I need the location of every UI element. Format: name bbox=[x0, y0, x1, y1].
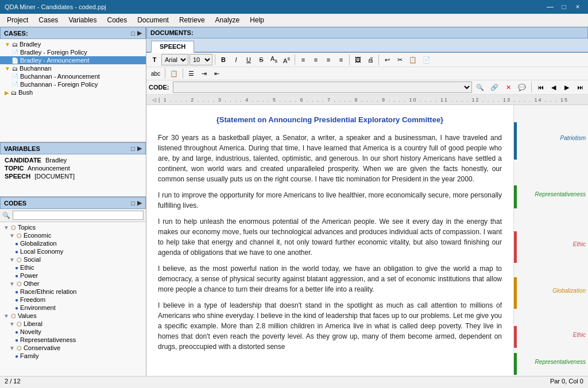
superscript-btn[interactable]: As bbox=[281, 55, 292, 65]
menu-project[interactable]: Project bbox=[2, 15, 33, 25]
code-dot-icon: ● bbox=[15, 305, 18, 311]
underline-btn[interactable]: U bbox=[243, 55, 254, 64]
close-button[interactable]: × bbox=[572, 3, 583, 11]
strikethrough-btn[interactable]: S bbox=[256, 55, 267, 64]
code-ethic[interactable]: ● Ethic bbox=[0, 263, 146, 271]
code-delete-btn[interactable]: ✕ bbox=[502, 83, 514, 92]
nav-last-btn[interactable]: ⏭ bbox=[574, 83, 586, 92]
toolbar-separator bbox=[531, 82, 532, 92]
image-btn[interactable]: 🖼 bbox=[352, 55, 363, 64]
abc-btn[interactable]: abc bbox=[149, 69, 163, 78]
tab-speech[interactable]: SPEECH bbox=[151, 41, 194, 53]
code-freedom[interactable]: ● Freedom bbox=[0, 296, 146, 304]
ruler-scale: | 1 . . . . 2 . . . . 3 . . . . 4 . . . … bbox=[158, 97, 568, 103]
case-label: Bradley bbox=[20, 41, 41, 48]
code-label: Social bbox=[24, 256, 41, 263]
menu-help[interactable]: Help bbox=[245, 15, 269, 25]
code-power[interactable]: ● Power bbox=[0, 271, 146, 280]
code-folder-social[interactable]: ▼ ⬡ Social bbox=[0, 255, 146, 263]
insert-btn[interactable]: 📋 bbox=[168, 69, 180, 79]
codes-search-input[interactable] bbox=[13, 211, 144, 220]
copy-btn[interactable]: 📋 bbox=[407, 55, 419, 65]
code-group-topics[interactable]: ▼ ⬡ Topics bbox=[0, 223, 146, 231]
formatting-toolbar: T Arial 10 B I U S As As ≡ ≡ ≡ ≡ 🖼 🖨 ↩ ✂ bbox=[146, 53, 588, 67]
toolbar-separator bbox=[215, 55, 215, 65]
undo-btn[interactable]: ↩ bbox=[381, 55, 393, 65]
code-folder-liberal[interactable]: ▼ ⬡ Liberal bbox=[0, 320, 146, 328]
code-label: Other bbox=[24, 280, 40, 287]
case-buchannan-ann[interactable]: 📄 Buchannan - Announcement bbox=[0, 72, 146, 80]
code-folder-other[interactable]: ▼ ⬡ Other bbox=[0, 280, 146, 288]
align-center-btn[interactable]: ≡ bbox=[310, 55, 322, 64]
code-environment[interactable]: ● Environment bbox=[0, 304, 146, 312]
align-justify-btn[interactable]: ≡ bbox=[335, 55, 347, 64]
font-size-select[interactable]: 10 bbox=[189, 54, 212, 65]
toolbar-separator bbox=[165, 68, 165, 79]
cases-arrow-btn[interactable]: ▶ bbox=[137, 29, 142, 37]
case-bush[interactable]: ▶ 🗂 Bush bbox=[0, 88, 146, 96]
case-bradley-fp[interactable]: 📄 Bradley - Foreign Policy bbox=[0, 48, 146, 56]
menu-variables[interactable]: Variables bbox=[64, 15, 101, 25]
menu-codes[interactable]: Codes bbox=[103, 15, 132, 25]
code-group-values[interactable]: ▼ ⬡ Values bbox=[0, 312, 146, 320]
minimize-button[interactable]: — bbox=[544, 3, 556, 11]
code-label: Globalization bbox=[20, 240, 57, 247]
code-folder-economic[interactable]: ▼ ⬡ Economic bbox=[0, 231, 146, 239]
code-globalization[interactable]: ● Globalization bbox=[0, 239, 146, 247]
paste-btn[interactable]: 📄 bbox=[420, 55, 433, 65]
document-content[interactable]: {Statement on Announcing Presidential Ex… bbox=[146, 105, 513, 376]
code-family[interactable]: ● Family bbox=[0, 352, 146, 360]
case-buchannan[interactable]: ▼ 🗂 Buchannan bbox=[0, 64, 146, 72]
variables-expand-btn[interactable]: □ bbox=[131, 145, 135, 152]
title-bar: QDA Miner - Candidates - coded.ppj — □ × bbox=[0, 0, 588, 14]
codes-expand-btn[interactable]: □ bbox=[131, 199, 135, 207]
case-buchannan-fp[interactable]: 📄 Buchannan - Foreign Policy bbox=[0, 80, 146, 88]
variables-arrow-btn[interactable]: ▶ bbox=[137, 145, 142, 152]
nav-prev-btn[interactable]: ◀ bbox=[548, 83, 559, 92]
case-bradley[interactable]: ▼ 🗂 Bradley bbox=[0, 40, 146, 48]
code-select[interactable] bbox=[173, 82, 472, 93]
nav-first-btn[interactable]: ⏮ bbox=[535, 83, 546, 92]
code-comment-btn[interactable]: 💬 bbox=[516, 83, 528, 92]
code-folder-conservative[interactable]: ▼ ⬡ Conservative bbox=[0, 344, 146, 352]
codes-arrow-btn[interactable]: ▶ bbox=[137, 199, 142, 207]
print-btn[interactable]: 🖨 bbox=[365, 55, 376, 64]
menu-document[interactable]: Document bbox=[133, 15, 173, 25]
maximize-button[interactable]: □ bbox=[558, 3, 570, 11]
code-novelty[interactable]: ● Novelty bbox=[0, 328, 146, 336]
document-para-2: I run to help unleash the enormous poten… bbox=[158, 216, 502, 258]
second-toolbar: abc 📋 ☰ ⇥ ⇤ bbox=[146, 67, 588, 80]
menu-cases[interactable]: Cases bbox=[34, 15, 63, 25]
menu-analyze[interactable]: Analyze bbox=[211, 15, 245, 25]
indent-btn[interactable]: ⇥ bbox=[198, 69, 210, 79]
case-bradley-ann[interactable]: 📄 Bradley - Announcement bbox=[0, 56, 146, 64]
toolbar-separator bbox=[378, 55, 379, 65]
var-key-topic: TOPIC bbox=[5, 165, 24, 172]
code-search-btn[interactable]: 🔍 bbox=[474, 83, 486, 92]
cases-panel: CASES: □ ▶ ▼ 🗂 Bradley 📄 Bradley - For bbox=[0, 27, 146, 142]
subscript-btn[interactable]: As bbox=[268, 54, 280, 65]
list-btn[interactable]: ☰ bbox=[185, 69, 197, 79]
code-link-btn[interactable]: 🔗 bbox=[488, 83, 501, 92]
align-left-btn[interactable]: ≡ bbox=[297, 55, 309, 64]
nav-next-btn[interactable]: ▶ bbox=[561, 83, 572, 92]
code-race-ethnic[interactable]: ● Race/Ethnic relation bbox=[0, 288, 146, 296]
code-dot-icon: ● bbox=[15, 329, 18, 335]
code-label: Local Economy bbox=[20, 248, 63, 255]
cases-expand-btn[interactable]: □ bbox=[131, 29, 135, 37]
bold-btn[interactable]: B bbox=[218, 55, 229, 64]
menu-retrieve[interactable]: Retrieve bbox=[175, 15, 210, 25]
outdent-btn[interactable]: ⇤ bbox=[211, 69, 222, 79]
var-value-candidate: Bradley bbox=[45, 157, 67, 164]
font-label-btn[interactable]: T bbox=[149, 55, 160, 64]
case-icon: 🗂 bbox=[12, 65, 18, 72]
code-local-economy[interactable]: ● Local Economy bbox=[0, 247, 146, 255]
align-right-btn[interactable]: ≡ bbox=[323, 55, 334, 64]
font-select[interactable]: Arial bbox=[161, 54, 188, 65]
case-label: Bradley - Announcement bbox=[20, 57, 89, 64]
code-dot-icon: ● bbox=[15, 297, 18, 303]
code-label: Values bbox=[18, 312, 37, 319]
code-representativeness[interactable]: ● Representativeness bbox=[0, 336, 146, 344]
italic-btn[interactable]: I bbox=[230, 55, 242, 64]
cut-btn[interactable]: ✂ bbox=[394, 55, 405, 65]
